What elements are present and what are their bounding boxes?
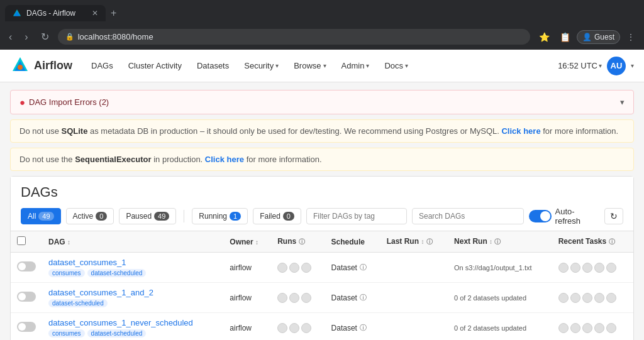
task-circle <box>558 293 569 303</box>
run-circle <box>301 323 311 333</box>
row3-tag-dataset-scheduled[interactable]: dataset-scheduled <box>87 329 147 337</box>
row1-tag-dataset-scheduled[interactable]: dataset-scheduled <box>87 269 147 277</box>
table-row: dataset_consumes_1_and_2 dataset-schedul… <box>11 283 633 313</box>
tag-filter-input[interactable] <box>306 208 407 224</box>
task-circle <box>606 323 616 333</box>
owner-sort-icon[interactable]: ↕ <box>255 239 258 246</box>
row1-dag-name[interactable]: dataset_consumes_1 <box>48 258 217 267</box>
new-tab-button[interactable]: + <box>106 5 121 21</box>
row3-schedule-info-icon[interactable]: ⓘ <box>360 323 367 332</box>
row1-recent-tasks <box>558 263 627 273</box>
row2-next-run-cell: 0 of 2 datasets updated <box>448 283 552 313</box>
profile-button[interactable]: 👤 Guest <box>577 30 620 44</box>
reload-button[interactable]: ↻ <box>37 30 53 44</box>
time-display[interactable]: 16:52 UTC ▾ <box>558 61 602 70</box>
auto-refresh-switch[interactable] <box>529 210 551 222</box>
row3-owner-cell: airflow <box>223 313 271 341</box>
row3-run-circles <box>277 323 318 333</box>
forward-button[interactable]: › <box>21 30 31 44</box>
next-run-info-icon[interactable]: ⓘ <box>494 238 501 245</box>
nav-browse[interactable]: Browse ▾ <box>287 57 332 74</box>
row1-toggle-cell <box>11 253 42 283</box>
row3-runs-cell <box>271 313 325 341</box>
nav-links: DAGs Cluster Activity Datasets Security … <box>85 57 558 74</box>
row2-run-circles <box>277 293 318 303</box>
last-run-info-icon[interactable]: ⓘ <box>426 238 433 245</box>
row3-schedule-badge: Dataset ⓘ <box>331 323 374 332</box>
browser-toolbar: ‹ › ↻ 🔒 localhost:8080/home ⭐ 📋 👤 Guest … <box>5 25 639 50</box>
user-avatar[interactable]: AU <box>607 57 626 75</box>
sqlite-click-here-link[interactable]: Click here <box>501 126 540 136</box>
nav-security[interactable]: Security ▾ <box>238 57 285 74</box>
filter-running-button[interactable]: Running 1 <box>192 208 248 224</box>
recent-tasks-info-icon[interactable]: ⓘ <box>609 238 615 245</box>
dag-sort-icon[interactable]: ↕ <box>67 239 70 246</box>
th-checkbox <box>11 231 42 253</box>
dags-table: DAG ↕ Owner ↕ Runs ⓘ Schedule <box>11 231 633 340</box>
address-bar[interactable]: 🔒 localhost:8080/home <box>58 29 530 45</box>
row2-recent-tasks-cell <box>552 283 633 313</box>
row3-dag-name[interactable]: dataset_consumes_1_never_scheduled <box>48 318 217 327</box>
row3-tag-consumes[interactable]: consumes <box>48 329 85 337</box>
row1-run-circles <box>277 263 318 273</box>
tab-close-button[interactable]: ✕ <box>92 9 98 18</box>
task-circle <box>582 263 592 273</box>
filter-active-button[interactable]: Active 0 <box>66 208 114 224</box>
row2-dag-toggle[interactable] <box>17 292 36 302</box>
menu-button[interactable]: ⋮ <box>623 30 639 45</box>
filter-paused-button[interactable]: Paused 49 <box>119 208 176 224</box>
row2-next-run-text: 0 of 2 datasets updated <box>454 294 526 302</box>
runs-info-icon[interactable]: ⓘ <box>299 238 305 245</box>
row2-toggle-cell <box>11 283 42 313</box>
error-alert-toggle[interactable]: ▾ <box>620 97 625 107</box>
error-alert-text: ● DAG Import Errors (2) <box>19 97 109 107</box>
row1-dag-toggle[interactable] <box>17 261 36 271</box>
extensions-button[interactable]: ⭐ <box>535 30 553 45</box>
table-row: dataset_consumes_1 consumes dataset-sche… <box>11 253 633 283</box>
select-all-checkbox[interactable] <box>17 236 26 245</box>
row2-last-run-cell <box>380 283 448 313</box>
th-recent-tasks: Recent Tasks ⓘ <box>552 231 633 253</box>
last-run-sort-icon[interactable]: ↕ <box>421 238 424 245</box>
nav-docs[interactable]: Docs ▾ <box>378 57 414 74</box>
filter-all-button[interactable]: All 49 <box>21 208 61 224</box>
run-circle <box>289 293 299 303</box>
row2-dag-name[interactable]: dataset_consumes_1_and_2 <box>48 288 217 297</box>
profile-icon: 👤 <box>582 33 592 41</box>
executor-warning-text: Do not use the SequentialExecutor in pro… <box>19 155 322 164</box>
back-button[interactable]: ‹ <box>5 30 16 44</box>
cast-button[interactable]: 📋 <box>556 30 574 45</box>
row1-tag-consumes[interactable]: consumes <box>48 269 85 277</box>
nav-dags[interactable]: DAGs <box>85 57 119 74</box>
row3-dag-toggle[interactable] <box>17 322 36 332</box>
active-tab[interactable]: DAGs - Airflow ✕ <box>5 5 106 21</box>
row1-owner-cell: airflow <box>223 253 271 283</box>
error-alert: ● DAG Import Errors (2) ▾ <box>10 90 634 114</box>
th-last-run: Last Run ↕ ⓘ <box>380 231 448 253</box>
row2-tag-dataset-scheduled[interactable]: dataset-scheduled <box>48 299 108 307</box>
nav-admin[interactable]: Admin ▾ <box>335 57 376 74</box>
task-circle <box>582 293 592 303</box>
search-input[interactable] <box>412 208 524 224</box>
th-schedule: Schedule <box>325 231 380 253</box>
task-circle <box>570 293 580 303</box>
security-icon: 🔒 <box>65 33 74 41</box>
next-run-sort-icon[interactable]: ↕ <box>489 238 492 245</box>
nav-datasets[interactable]: Datasets <box>191 57 235 74</box>
logo[interactable]: Airflow <box>10 56 72 76</box>
row2-schedule-info-icon[interactable]: ⓘ <box>360 293 367 302</box>
row2-owner-cell: airflow <box>223 283 271 313</box>
run-circle <box>277 293 287 303</box>
row3-next-run-cell: 0 of 2 datasets updated <box>448 313 552 341</box>
executor-click-here-link[interactable]: Click here <box>205 155 244 164</box>
svg-point-4 <box>18 65 23 70</box>
run-circle <box>289 263 299 273</box>
task-circle <box>606 263 616 273</box>
user-dropdown-icon[interactable]: ▾ <box>631 62 634 69</box>
nav-cluster-activity[interactable]: Cluster Activity <box>122 57 188 74</box>
filter-failed-button[interactable]: Failed 0 <box>253 208 301 224</box>
refresh-button[interactable]: ↻ <box>604 208 623 224</box>
browser-tabs: DAGs - Airflow ✕ + <box>5 5 639 21</box>
task-circle <box>606 293 616 303</box>
row1-schedule-info-icon[interactable]: ⓘ <box>360 263 367 272</box>
